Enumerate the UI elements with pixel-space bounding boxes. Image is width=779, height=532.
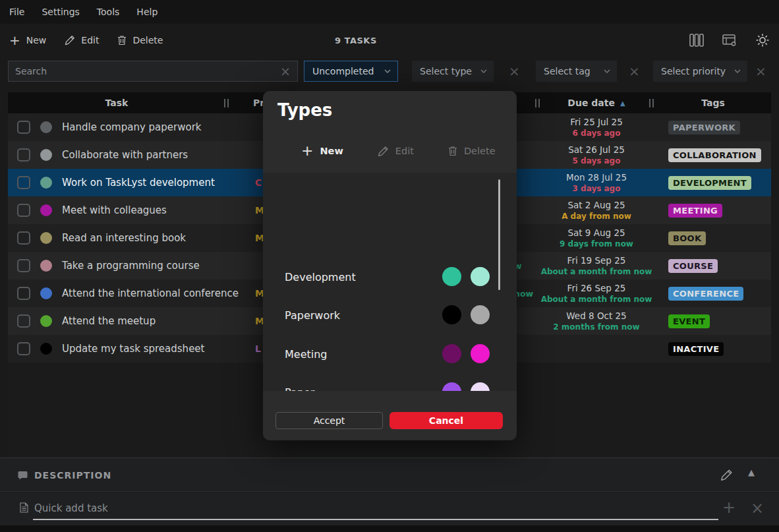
type-list-item[interactable]: Meeting — [263, 335, 517, 373]
type-filter-clear-icon[interactable]: × — [509, 61, 520, 82]
task-checkbox[interactable] — [17, 176, 30, 189]
task-checkbox[interactable] — [17, 287, 30, 300]
theme-toggle-icon[interactable] — [755, 33, 770, 47]
app-window: File Settings Tools Help + New Edit Dele… — [0, 0, 779, 532]
table-settings-icon[interactable] — [722, 34, 737, 47]
tag-badge: COURSE — [668, 259, 718, 273]
scrollbar-thumb[interactable] — [498, 179, 500, 290]
task-checkbox[interactable] — [17, 314, 30, 328]
tag-badge: EVENT — [668, 314, 710, 328]
type-color-swatch — [442, 344, 461, 363]
type-color-swatch — [442, 267, 461, 286]
bottom-strip — [0, 525, 779, 532]
task-title: Take a programming course — [62, 252, 200, 280]
quick-add-input[interactable] — [33, 498, 718, 520]
due-date-cell: Mon 28 Jul 25 3 days ago — [540, 169, 652, 196]
task-checkbox[interactable] — [17, 259, 30, 272]
priority-filter-select[interactable]: Select priority — [653, 61, 747, 82]
due-date-cell: Wed 8 Oct 25 2 months from now — [540, 307, 652, 335]
new-task-button[interactable]: + New — [9, 34, 46, 47]
description-title: DESCRIPTION — [34, 458, 111, 492]
modal-footer: Accept Cancel — [263, 391, 517, 440]
cancel-button[interactable]: Cancel — [390, 412, 503, 429]
start-date-fragment: now — [514, 280, 533, 307]
type-color-dot — [40, 204, 52, 216]
menu-help[interactable]: Help — [136, 7, 158, 17]
type-color-dot — [40, 287, 52, 299]
column-header-due-date[interactable]: Due date ▲ — [547, 92, 646, 113]
due-date-cell: Sat 2 Aug 25 A day from now — [540, 196, 652, 224]
type-color-dot — [40, 177, 52, 189]
plus-icon: + — [9, 34, 20, 47]
chevron-down-icon — [384, 69, 391, 73]
type-list: Development Paperwork Meeting Paper Conf — [263, 173, 517, 391]
quick-add-bar: + × — [0, 492, 779, 525]
type-color-dot — [40, 121, 52, 133]
pencil-icon — [378, 146, 389, 157]
quick-add-clear-icon[interactable]: × — [751, 499, 764, 517]
pencil-icon — [65, 35, 75, 45]
column-resize-handle[interactable] — [535, 99, 540, 107]
type-color-dot — [40, 315, 52, 327]
tag-badge: BOOK — [668, 231, 706, 245]
search-input[interactable] — [9, 66, 274, 76]
task-title: Attend the meetup — [62, 307, 156, 335]
priority-filter-clear-icon[interactable]: × — [755, 61, 766, 82]
search-clear-icon[interactable]: × — [274, 65, 297, 78]
modal-delete-button[interactable]: Delete — [448, 146, 496, 156]
chevron-down-icon — [734, 69, 741, 73]
tag-badge: PAPERWORK — [668, 121, 740, 134]
due-date-cell: Sat 9 Aug 25 9 days from now — [540, 224, 652, 252]
due-date-cell: Fri 19 Sep 25 About a month from now — [540, 252, 652, 280]
task-title: Read an interesting book — [62, 224, 186, 252]
menu-tools[interactable]: Tools — [97, 7, 120, 17]
menu-file[interactable]: File — [9, 7, 24, 17]
modal-new-button[interactable]: + New — [301, 144, 343, 158]
task-checkbox[interactable] — [17, 342, 30, 355]
column-resize-handle[interactable] — [224, 99, 229, 107]
modal-title: Types — [277, 100, 332, 120]
type-filter-select[interactable]: Select type — [412, 61, 494, 82]
columns-view-icon[interactable] — [689, 34, 704, 47]
type-color-swatch — [471, 382, 490, 391]
description-bubble-icon — [18, 471, 28, 480]
column-header-tags[interactable]: Tags — [660, 92, 766, 113]
modal-actions: + New Edit Delete — [301, 144, 496, 158]
task-checkbox[interactable] — [17, 121, 30, 134]
task-title: Work on TaskLyst development — [62, 169, 215, 196]
task-checkbox[interactable] — [17, 148, 30, 162]
column-resize-handle[interactable] — [649, 99, 654, 107]
tag-badge: CONFERENCE — [668, 287, 743, 301]
type-list-item[interactable]: Development — [263, 258, 517, 296]
tasks-count: 9 TASKS — [335, 24, 377, 57]
edit-task-button[interactable]: Edit — [65, 35, 99, 45]
chevron-down-icon — [604, 69, 610, 73]
chevron-down-icon — [480, 69, 487, 73]
tag-badge: COLLABORATION — [668, 148, 761, 162]
tag-badge: DEVELOPMENT — [668, 176, 751, 190]
menu-settings[interactable]: Settings — [42, 7, 79, 17]
tag-filter-clear-icon[interactable]: × — [629, 61, 640, 82]
type-color-swatch — [471, 267, 490, 286]
task-checkbox[interactable] — [17, 231, 30, 245]
edit-description-icon[interactable] — [720, 469, 733, 481]
task-checkbox[interactable] — [17, 204, 30, 217]
status-filter-select[interactable]: Uncompleted — [304, 61, 398, 82]
menubar: File Settings Tools Help — [0, 0, 779, 24]
tag-badge: MEETING — [668, 204, 722, 218]
filter-bar: × Uncompleted Select type × Select tag ×… — [0, 57, 779, 88]
type-color-dot — [40, 232, 52, 244]
modal-edit-button[interactable]: Edit — [378, 146, 414, 157]
due-date-cell: Sat 26 Jul 25 5 days ago — [540, 141, 652, 169]
sort-ascending-icon: ▲ — [620, 100, 625, 107]
type-list-item[interactable]: Paperwork — [263, 296, 517, 334]
delete-task-button[interactable]: Delete — [117, 35, 163, 45]
quick-add-submit-icon[interactable]: + — [722, 498, 736, 517]
collapse-panel-icon[interactable]: ▲ — [748, 467, 755, 477]
accept-button[interactable]: Accept — [275, 412, 383, 429]
tag-filter-select[interactable]: Select tag — [536, 61, 617, 82]
type-color-dot — [40, 149, 52, 161]
type-list-item[interactable]: Paper — [263, 373, 517, 391]
column-header-task[interactable]: Task — [8, 92, 225, 113]
toolbar: + New Edit Delete 9 TASKS — [0, 24, 779, 57]
